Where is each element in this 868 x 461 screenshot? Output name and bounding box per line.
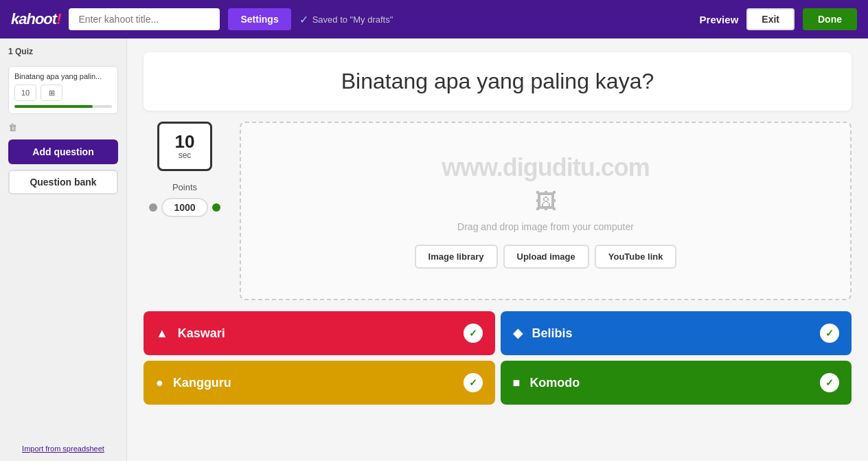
answer-left-1: ▲ Kaswari xyxy=(156,326,225,341)
answer-text-3: Kangguru xyxy=(173,376,231,390)
settings-button[interactable]: Settings xyxy=(228,8,290,30)
answer-shape-circle: ● xyxy=(156,376,163,390)
image-icon: ⊞ xyxy=(49,89,55,98)
progress-bar-fill xyxy=(14,105,93,108)
card-timer-value: 10 xyxy=(21,89,30,97)
watermark-text: www.diguditu.com xyxy=(442,153,650,182)
image-dropzone[interactable]: www.diguditu.com 🖼 Drag and drop image f… xyxy=(240,122,852,300)
timer-unit: sec xyxy=(179,150,192,160)
delete-question-icon[interactable]: 🗑 xyxy=(8,122,118,133)
upload-image-button[interactable]: Upload image xyxy=(503,245,589,269)
answer-text-4: Komodo xyxy=(529,376,580,390)
question-title: Binatang apa yang paling kaya? xyxy=(171,69,824,94)
app-header: kahoot! Settings ✓ Saved to "My drafts" … xyxy=(0,0,868,38)
done-button[interactable]: Done xyxy=(803,8,857,30)
answer-shape-triangle: ▲ xyxy=(156,326,168,341)
drop-hint: Drag and drop image from your computer xyxy=(457,221,634,232)
answer-check-2[interactable]: ✓ xyxy=(820,324,839,343)
exit-button[interactable]: Exit xyxy=(746,8,795,30)
left-controls: 10 sec Points 1000 xyxy=(144,122,226,217)
question-bank-button[interactable]: Question bank xyxy=(8,170,118,194)
timer-number: 10 xyxy=(175,133,195,150)
answer-card-2[interactable]: ◆ Belibis ✓ xyxy=(501,311,852,355)
question-title-box[interactable]: Binatang apa yang paling kaya? xyxy=(144,52,852,111)
answer-text-1: Kaswari xyxy=(178,326,225,341)
saved-status: ✓ Saved to "My drafts" xyxy=(299,13,692,26)
saved-text: Saved to "My drafts" xyxy=(312,14,393,25)
sidebar-actions: Add question Question bank xyxy=(8,139,118,194)
add-question-button[interactable]: Add question xyxy=(8,139,118,164)
youtube-link-button[interactable]: YouTube link xyxy=(595,245,677,269)
answer-shape-diamond: ◆ xyxy=(513,326,523,341)
answers-grid: ▲ Kaswari ✓ ◆ Belibis ✓ ● Kangguru ✓ xyxy=(144,311,852,405)
points-section: Points 1000 xyxy=(149,182,220,217)
points-value: 1000 xyxy=(161,198,207,217)
question-card[interactable]: Binatang apa yang palin... 10 ⊞ xyxy=(8,66,118,114)
slider-dot-right xyxy=(212,203,220,212)
logo: kahoot! xyxy=(11,10,60,28)
sidebar: 1 Quiz Binatang apa yang palin... 10 ⊞ 🗑… xyxy=(0,38,127,461)
middle-row: 10 sec Points 1000 www.diguditu.com 🖼 Dr… xyxy=(144,122,852,300)
timer-box[interactable]: 10 sec xyxy=(157,122,212,171)
content-area: Binatang apa yang paling kaya? 10 sec Po… xyxy=(127,38,868,461)
image-library-button[interactable]: Image library xyxy=(415,245,498,269)
question-card-title: Binatang apa yang palin... xyxy=(14,72,112,80)
progress-bar xyxy=(14,105,112,108)
card-progress xyxy=(14,105,112,108)
card-icons: 10 ⊞ xyxy=(14,85,112,101)
answer-check-3[interactable]: ✓ xyxy=(464,373,483,392)
slider-dot-left xyxy=(149,203,157,212)
header-right: Preview Exit Done xyxy=(700,8,857,30)
checkmark-icon: ✓ xyxy=(299,13,308,26)
drop-buttons: Image library Upload image YouTube link xyxy=(415,245,677,269)
points-slider-row[interactable]: 1000 xyxy=(149,198,220,217)
answer-text-2: Belibis xyxy=(532,326,573,341)
title-input[interactable] xyxy=(69,8,220,30)
answer-left-3: ● Kangguru xyxy=(156,376,231,390)
preview-button[interactable]: Preview xyxy=(700,14,739,25)
answer-check-4[interactable]: ✓ xyxy=(820,373,839,392)
main-layout: 1 Quiz Binatang apa yang palin... 10 ⊞ 🗑… xyxy=(0,38,868,461)
answer-card-3[interactable]: ● Kangguru ✓ xyxy=(144,361,495,405)
image-placeholder-icon: 🖼 xyxy=(535,189,557,214)
answer-shape-square: ■ xyxy=(513,376,521,390)
points-label: Points xyxy=(172,182,197,192)
answer-left-4: ■ Komodo xyxy=(513,376,580,390)
import-spreadsheet-link[interactable]: Import from spreadsheet xyxy=(8,445,118,453)
answer-left-2: ◆ Belibis xyxy=(513,326,573,341)
answer-card-1[interactable]: ▲ Kaswari ✓ xyxy=(144,311,495,355)
quiz-label: 1 Quiz xyxy=(8,47,118,56)
timer-icon-box: 10 xyxy=(14,85,36,101)
answer-check-1[interactable]: ✓ xyxy=(464,324,483,343)
answer-card-4[interactable]: ■ Komodo ✓ xyxy=(501,361,852,405)
image-icon-box: ⊞ xyxy=(41,85,62,101)
